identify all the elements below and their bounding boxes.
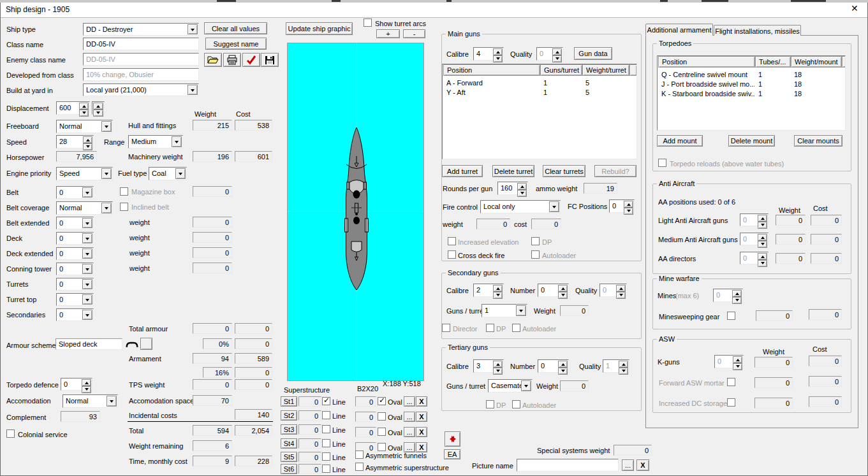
oval4-browse-button[interactable]: ... bbox=[404, 442, 415, 452]
print-button[interactable] bbox=[223, 53, 241, 67]
light-aa-stepper[interactable]: 0 bbox=[740, 213, 769, 226]
spin-down-icon[interactable] bbox=[616, 292, 626, 299]
conning-tower-select[interactable]: 0 bbox=[56, 263, 94, 275]
st5-button[interactable]: St5 bbox=[281, 452, 297, 462]
st5-line-checkbox[interactable] bbox=[322, 452, 330, 461]
update-ship-graphic-button[interactable]: Update ship graphic bbox=[286, 22, 353, 35]
spin-down-icon[interactable] bbox=[758, 241, 767, 248]
main-calibre-stepper[interactable]: 4 bbox=[473, 47, 504, 61]
fc-positions-stepper[interactable]: 0 bbox=[609, 199, 635, 213]
oval1-browse-button[interactable]: ... bbox=[404, 396, 415, 407]
picture-name-input[interactable] bbox=[517, 459, 619, 472]
torpedoes-col-tubes[interactable]: Tubes/... bbox=[755, 56, 791, 68]
engine-priority-select[interactable]: Speed bbox=[56, 167, 113, 180]
spin-up-icon[interactable] bbox=[758, 253, 767, 260]
spin-down-icon[interactable] bbox=[83, 143, 92, 150]
oval1-checkbox[interactable] bbox=[378, 397, 386, 405]
tertiary-guns-turret-select[interactable]: Casemate: bbox=[488, 379, 533, 393]
spin-down-icon[interactable] bbox=[758, 222, 767, 229]
secondary-quality-stepper[interactable]: 0 bbox=[600, 284, 627, 297]
spin-down-icon[interactable] bbox=[517, 190, 527, 197]
spin-up-icon[interactable] bbox=[493, 285, 503, 292]
add-mount-button[interactable]: Add mount bbox=[657, 135, 703, 147]
tertiary-quality-stepper[interactable]: 1 bbox=[603, 359, 629, 373]
st2-button[interactable]: St2 bbox=[281, 410, 297, 421]
spin-up-icon[interactable] bbox=[758, 234, 767, 241]
class-name-input[interactable]: DD-05-IV bbox=[83, 38, 199, 50]
chevron-down-icon[interactable] bbox=[82, 264, 92, 274]
tertiary-calibre-stepper[interactable]: 3 bbox=[473, 359, 504, 373]
st2-line-checkbox[interactable] bbox=[322, 411, 330, 419]
oval3-checkbox[interactable] bbox=[378, 428, 386, 436]
main-guns-table[interactable]: Position Guns/turret Weight/turret A - F… bbox=[442, 64, 637, 159]
close-icon[interactable]: ✕ bbox=[851, 4, 858, 13]
chevron-down-icon[interactable] bbox=[516, 305, 526, 316]
picture-browse-button[interactable]: ... bbox=[622, 459, 634, 471]
torpedoes-col-weight[interactable]: Weight/mount bbox=[791, 56, 842, 68]
st4-button[interactable]: St4 bbox=[281, 438, 297, 449]
spin-up-icon[interactable] bbox=[624, 201, 633, 208]
oval3-delete-button[interactable]: X bbox=[416, 427, 427, 437]
spin-up-icon[interactable] bbox=[552, 48, 562, 55]
tertiary-number-stepper[interactable]: 0 bbox=[538, 359, 569, 373]
chevron-down-icon[interactable] bbox=[521, 380, 531, 391]
spin-down-icon[interactable] bbox=[493, 368, 503, 375]
range-select[interactable]: Medium bbox=[128, 135, 183, 148]
spin-down-icon[interactable] bbox=[552, 55, 562, 62]
spin-up-icon[interactable] bbox=[493, 48, 503, 55]
armour-scheme-button[interactable] bbox=[140, 338, 152, 350]
belt-select[interactable]: 0 bbox=[56, 186, 94, 199]
spin-up-icon[interactable] bbox=[93, 103, 103, 110]
delete-turret-button[interactable]: Delete turret bbox=[492, 165, 534, 177]
secondaries-select[interactable]: 0 bbox=[56, 308, 94, 321]
clear-mounts-button[interactable]: Clear mounts bbox=[794, 135, 842, 147]
chevron-down-icon[interactable] bbox=[107, 396, 117, 407]
spin-down-icon[interactable] bbox=[558, 292, 568, 299]
speed-stepper[interactable]: 28 bbox=[56, 135, 94, 148]
st4-line-checkbox[interactable] bbox=[322, 439, 330, 447]
fire-control-select[interactable]: Local only bbox=[480, 200, 561, 213]
freeboard-select[interactable]: Normal bbox=[56, 120, 113, 133]
main-guns-col-guns[interactable]: Guns/turret bbox=[540, 64, 582, 76]
spin-up-icon[interactable] bbox=[79, 103, 89, 110]
spin-up-icon[interactable] bbox=[616, 285, 626, 292]
secondary-calibre-stepper[interactable]: 2 bbox=[473, 284, 504, 297]
spin-up-icon[interactable] bbox=[558, 361, 568, 368]
chevron-down-icon[interactable] bbox=[82, 218, 92, 228]
st6-button[interactable]: St6 bbox=[281, 464, 297, 474]
spin-up-icon[interactable] bbox=[758, 215, 767, 222]
main-guns-col-weight[interactable]: Weight/turret bbox=[582, 64, 629, 76]
spin-up-icon[interactable] bbox=[619, 361, 628, 368]
secondary-guns-turret-select[interactable]: 1 bbox=[482, 304, 527, 317]
chevron-down-icon[interactable] bbox=[82, 294, 92, 305]
spin-up-icon[interactable] bbox=[82, 379, 91, 386]
rounds-per-gun-stepper[interactable]: 160 bbox=[497, 182, 528, 195]
ship-graphic-canvas[interactable] bbox=[287, 43, 424, 381]
spin-up-icon[interactable] bbox=[517, 183, 527, 190]
spin-down-icon[interactable] bbox=[758, 260, 767, 267]
torpedoes-col-position[interactable]: Position bbox=[658, 56, 755, 68]
ship-type-select[interactable]: DD - Destroyer bbox=[83, 23, 199, 36]
spin-down-icon[interactable] bbox=[624, 208, 633, 215]
chevron-down-icon[interactable] bbox=[549, 201, 559, 212]
chevron-down-icon[interactable] bbox=[101, 203, 112, 213]
build-yard-select[interactable]: Local yard (21,000) bbox=[83, 83, 199, 96]
validate-button[interactable] bbox=[242, 53, 260, 67]
oval2-checkbox[interactable] bbox=[378, 412, 386, 421]
spin-up-icon[interactable] bbox=[493, 361, 503, 368]
spin-down-icon[interactable] bbox=[493, 292, 503, 299]
spin-down-icon[interactable] bbox=[558, 368, 568, 375]
show-turret-arcs-checkbox[interactable] bbox=[364, 18, 372, 27]
picture-clear-button[interactable]: X bbox=[636, 459, 649, 471]
k-guns-stepper[interactable]: 0 bbox=[714, 355, 744, 368]
add-turret-button[interactable]: Add turret bbox=[442, 165, 483, 177]
chevron-down-icon[interactable] bbox=[82, 233, 92, 243]
zoom-out-button[interactable]: - bbox=[403, 29, 425, 38]
displacement-stepper[interactable]: 600 bbox=[56, 101, 90, 115]
belt-extended-select[interactable]: 0 bbox=[56, 217, 94, 229]
clear-turrets-button[interactable]: Clear turrets bbox=[543, 165, 585, 177]
deck-extended-select[interactable]: 0 bbox=[56, 247, 94, 260]
torpedo-defence-stepper[interactable]: 0 bbox=[61, 378, 92, 391]
st3-line-checkbox[interactable] bbox=[322, 425, 330, 433]
spin-down-icon[interactable] bbox=[493, 55, 503, 62]
